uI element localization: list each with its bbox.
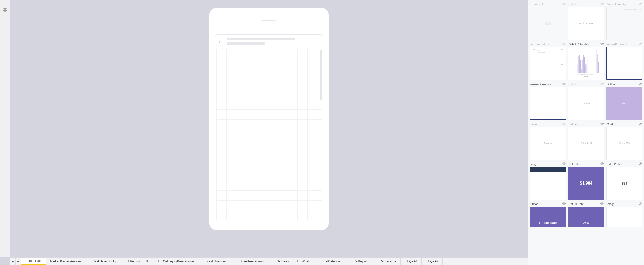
visibility-eye-icon[interactable]: [600, 162, 604, 166]
page-tab-q-a2[interactable]: Q&A2: [422, 258, 443, 265]
visibility-eye-icon[interactable]: [562, 2, 566, 6]
visual-title: Button: [530, 123, 538, 126]
page-tabs-bar: ◄ ► Return RateMarket Basket AnalysisNet…: [10, 257, 528, 265]
visual-title: Net Sales (Forec...: [530, 43, 554, 46]
visual-tile[interactable]: "What If" Analysi...● PriceDown Test Cas…: [606, 2, 642, 40]
visual-tile[interactable]: Net Sales$1,984: [568, 161, 604, 200]
visual-thumbnail[interactable]: 26%: [568, 207, 604, 227]
visual-tile[interactable]: Extra Profit$24: [606, 161, 642, 200]
visual-thumbnail[interactable]: Office 365: [606, 127, 642, 160]
page-tab-whatif[interactable]: WhatIf: [293, 258, 315, 265]
visual-thumbnail[interactable]: [606, 207, 642, 227]
visual-thumbnail[interactable]: Map: [606, 87, 642, 120]
visibility-eye-icon[interactable]: [600, 202, 604, 206]
page-tab-keyinfluencers[interactable]: KeyInfluencers: [198, 258, 231, 265]
visual-thumbnail[interactable]: Extra Profit: [568, 127, 604, 160]
visual-tile[interactable]: ButtonMap: [606, 81, 642, 120]
page-tab-netsales[interactable]: NetSales: [268, 258, 293, 265]
visual-tile-header: "What If" Analysi...: [568, 42, 604, 47]
visual-thumbnail[interactable]: $24: [606, 167, 642, 200]
visual-tile[interactable]: ---------Bookmark...: [530, 81, 566, 120]
phone-speaker: [262, 20, 276, 21]
phone-screen[interactable]: ‹: [215, 34, 323, 221]
svg-point-38: [640, 43, 641, 44]
visual-tile-header: Button: [530, 121, 566, 127]
visibility-eye-icon[interactable]: [639, 122, 642, 126]
page-tab-retcategory[interactable]: RetCategory: [315, 258, 345, 265]
visual-thumbnail[interactable]: +−MapForecasting: [530, 47, 566, 80]
visual-thumbnail[interactable]: ● PriceDown Test Case● X: [606, 7, 642, 40]
tab-scroll-left-icon[interactable]: ◄: [10, 258, 16, 265]
visual-tile[interactable]: CardOffice 365: [606, 121, 642, 160]
visual-tile[interactable]: ButtonForecast: [530, 121, 566, 160]
visual-tile[interactable]: Image: [530, 161, 566, 200]
visual-thumbnail[interactable]: [606, 47, 642, 80]
visual-tile[interactable]: Net Sales (Forec...+−MapForecasting: [530, 42, 566, 80]
left-collapsed-rail: [0, 0, 10, 257]
page-tab-q-a1[interactable]: Q&A1: [401, 258, 422, 265]
visual-tile[interactable]: ---------Bookmark...: [606, 42, 642, 80]
phone-layout-grid[interactable]: [216, 49, 322, 220]
visual-title: Button: [569, 3, 577, 6]
page-tab-cathegorybreackdown[interactable]: CathegoryBreackdown: [154, 258, 198, 265]
page-tab-retstorebre[interactable]: RetStoreBre: [371, 258, 401, 265]
visual-tile[interactable]: ButtonTabular: [568, 81, 604, 120]
visual-tile[interactable]: ButtonProfit Increase: [568, 2, 604, 40]
svg-point-50: [640, 203, 641, 204]
visual-thumbnail[interactable]: [530, 167, 566, 200]
visual-title: ---------Bookmark...: [530, 83, 554, 86]
visual-label: Office 365: [619, 142, 630, 145]
visibility-eye-icon[interactable]: [562, 42, 566, 46]
visual-tile-header: Extra Profit: [530, 2, 566, 7]
page-tab-label: Market Basket Analysis: [50, 260, 81, 263]
visual-title: Button: [530, 202, 538, 206]
page-tab-returns-tooltip[interactable]: Returns Tooltip: [121, 258, 155, 265]
phone-scrollbar[interactable]: [320, 50, 322, 100]
visual-thumbnail[interactable]: [530, 87, 566, 120]
visibility-eye-icon[interactable]: [639, 42, 642, 46]
visual-tile[interactable]: ButtonExtra Profit: [568, 121, 604, 160]
visual-tile-header: Net Sales: [568, 161, 604, 167]
visibility-eye-icon[interactable]: [639, 2, 642, 6]
page-tab-market-basket-analysis[interactable]: Market Basket Analysis: [46, 258, 86, 265]
visual-tile[interactable]: ButtonReturn Rate: [530, 201, 566, 227]
visual-thumbnail[interactable]: $24: [530, 7, 566, 40]
page-tab-label: Q&A2: [430, 260, 438, 263]
visual-thumbnail[interactable]: Return Rate: [530, 207, 566, 227]
page-tab-net-sales-tooltip[interactable]: Net Sales Tooltip: [86, 258, 121, 265]
views-icon[interactable]: [2, 8, 8, 13]
tab-scroll-right-icon[interactable]: ►: [16, 258, 21, 265]
visual-thumbnail[interactable]: Profit Increase: [568, 7, 604, 40]
tooltip-page-icon: [349, 260, 352, 263]
visibility-eye-icon[interactable]: [639, 82, 642, 86]
visibility-eye-icon[interactable]: [562, 82, 566, 86]
page-tab-label: RetCategory: [323, 260, 340, 263]
visibility-eye-icon[interactable]: [639, 162, 642, 166]
visual-tile[interactable]: Extra Profit$24: [530, 2, 566, 40]
page-tab-storebreackdown[interactable]: StoreBreackdown: [231, 258, 268, 265]
visual-thumbnail[interactable]: $1,984: [568, 167, 604, 200]
visibility-eye-icon[interactable]: [600, 42, 604, 46]
visibility-eye-icon[interactable]: [600, 122, 604, 126]
visual-tile-header: Return Rate: [568, 201, 604, 207]
visibility-eye-icon[interactable]: [600, 2, 604, 6]
visual-tile[interactable]: "What If" Analysi...Jan 2019 Mar 20… May…: [568, 42, 604, 80]
page-tab-retkeyinf[interactable]: RetKeyInf: [345, 258, 371, 265]
svg-rect-2: [3, 11, 4, 12]
visual-thumbnail[interactable]: Forecast: [530, 127, 566, 160]
back-chevron-icon[interactable]: ‹: [219, 38, 223, 45]
svg-point-43: [602, 123, 603, 124]
visual-tile[interactable]: Image: [606, 201, 642, 227]
visibility-eye-icon[interactable]: [562, 202, 566, 206]
visual-tile-header: ---------Bookmark...: [606, 42, 642, 47]
svg-rect-61: [405, 260, 408, 262]
visual-thumbnail[interactable]: Jan 2019 Mar 20… May 2…Date: [568, 47, 604, 80]
visibility-eye-icon[interactable]: [600, 82, 604, 86]
visibility-eye-icon[interactable]: [639, 202, 642, 206]
phone-title-placeholder: [227, 38, 319, 45]
visibility-eye-icon[interactable]: [562, 122, 566, 126]
page-tab-return-rate[interactable]: Return Rate: [21, 258, 46, 265]
visibility-eye-icon[interactable]: [562, 162, 566, 166]
visual-tile[interactable]: Return Rate26%: [568, 201, 604, 227]
visual-thumbnail[interactable]: Tabular: [568, 87, 604, 120]
